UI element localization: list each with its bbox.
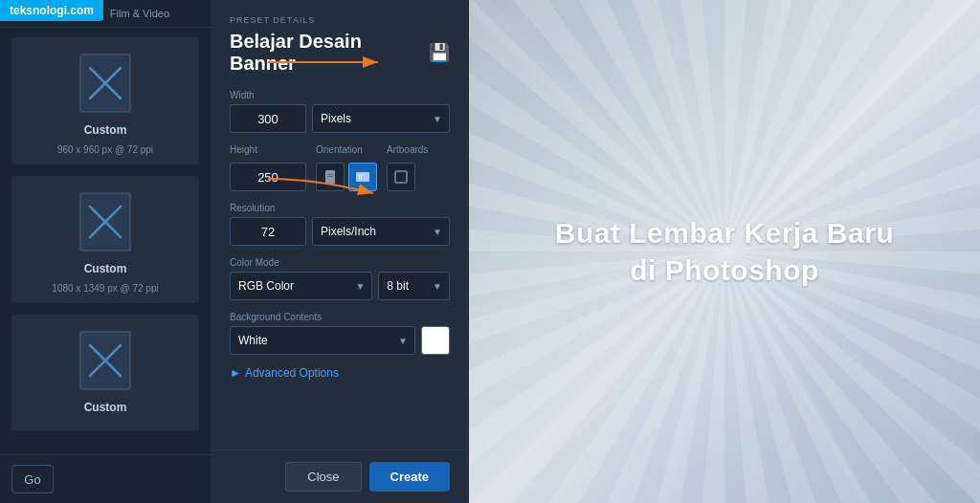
preset-sublabel-2: 1080 x 1349 px @ 72 ppi [52, 283, 158, 294]
sidebar-bottom: Go [0, 454, 211, 503]
background-select[interactable]: White Black Background Color Transparent [230, 326, 415, 355]
width-row: Pixels Inches cm ▼ [230, 104, 450, 133]
color-mode-row: RGB Color CMYK Color Grayscale ▼ 8 bit 1… [230, 272, 450, 300]
right-panel: Buat Lembar Kerja Baru di Photoshop [469, 0, 980, 503]
preset-details-label: PRESET DETAILS [230, 15, 450, 25]
resolution-unit-select[interactable]: Pixels/Inch Pixels/cm [312, 217, 450, 246]
color-mode-field-group: Color Mode RGB Color CMYK Color Grayscal… [230, 257, 450, 300]
save-icon[interactable]: 💾 [429, 42, 450, 63]
preset-label-1: Custom [84, 123, 127, 137]
preset-card-2[interactable]: Custom 1080 x 1349 px @ 72 ppi [11, 176, 199, 303]
background-label: Background Contents [230, 312, 450, 322]
preset-label-3: Custom [84, 401, 127, 414]
orientation-label: Orientation [316, 144, 377, 155]
svg-rect-11 [327, 176, 333, 177]
width-unit-select[interactable]: Pixels Inches cm [312, 104, 450, 133]
new-document-dialog: PRESET DETAILS Belajar Desain Banner 💾 W… [211, 0, 469, 503]
artboard-toggle[interactable] [387, 163, 415, 191]
right-panel-title-line2: di Photoshop [555, 252, 894, 289]
background-color-swatch[interactable] [421, 326, 450, 355]
orientation-group: Orientation [316, 144, 377, 191]
preset-card-1[interactable]: Custom 960 x 960 px @ 72 ppi [11, 37, 199, 164]
sidebar-tab-film[interactable]: Film & Video [100, 0, 179, 27]
svg-rect-15 [395, 171, 407, 183]
artboards-label: Artboards [387, 144, 428, 155]
preset-label-2: Custom [84, 262, 127, 275]
width-unit-wrapper: Pixels Inches cm ▼ [312, 104, 450, 133]
width-label: Width [230, 90, 450, 100]
sidebar: Art & Mobile Film & Video Custom 960 x 9… [0, 0, 211, 503]
dialog-footer: Close Create [211, 449, 469, 503]
color-mode-wrapper: RGB Color CMYK Color Grayscale ▼ [230, 272, 372, 300]
preset-icon-1 [77, 51, 134, 116]
bit-depth-wrapper: 8 bit 16 bit 32 bit ▼ [378, 272, 450, 300]
svg-rect-10 [327, 174, 333, 175]
height-orient-row: Height Orientation [230, 144, 450, 191]
background-row: White Black Background Color Transparent… [230, 326, 450, 355]
resolution-label: Resolution [230, 203, 450, 213]
close-button[interactable]: Close [285, 462, 361, 492]
preset-card-3[interactable]: Custom [11, 315, 199, 431]
preset-list: Custom 960 x 960 px @ 72 ppi Custom 1080… [0, 28, 211, 454]
teksnologi-badge: teksnologi.com [0, 0, 103, 21]
right-panel-text: Buat Lembar Kerja Baru di Photoshop [555, 214, 894, 289]
orientation-buttons [316, 163, 377, 191]
bit-depth-select[interactable]: 8 bit 16 bit 32 bit [378, 272, 450, 300]
width-field-group: Width Pixels Inches cm ▼ [230, 90, 450, 133]
landscape-button[interactable] [348, 163, 377, 191]
resolution-input[interactable] [230, 217, 306, 246]
resolution-row: Pixels/Inch Pixels/cm ▼ [230, 217, 450, 246]
right-panel-title-line1: Buat Lembar Kerja Baru [555, 214, 894, 252]
background-select-wrapper: White Black Background Color Transparent… [230, 326, 415, 355]
color-mode-select[interactable]: RGB Color CMYK Color Grayscale [230, 272, 372, 300]
svg-line-22 [629, 252, 724, 503]
preset-sublabel-1: 960 x 960 px @ 72 ppi [57, 144, 153, 155]
height-field-group: Height Orientation [230, 144, 450, 191]
width-input[interactable] [230, 104, 306, 133]
advanced-options-label: Advanced Options [245, 366, 339, 380]
resolution-field-group: Resolution Pixels/Inch Pixels/cm ▼ [230, 203, 450, 246]
height-input[interactable] [230, 163, 306, 191]
artboards-group: Artboards [387, 144, 428, 191]
advanced-options[interactable]: ► Advanced Options [230, 366, 450, 380]
svg-rect-13 [359, 175, 360, 179]
portrait-button[interactable] [316, 163, 345, 191]
height-label: Height [230, 144, 306, 155]
dialog-content: PRESET DETAILS Belajar Desain Banner 💾 W… [211, 0, 469, 449]
go-button[interactable]: Go [11, 465, 54, 493]
background-field-group: Background Contents White Black Backgrou… [230, 312, 450, 355]
color-mode-label: Color Mode [230, 257, 450, 268]
resolution-unit-wrapper: Pixels/Inch Pixels/cm ▼ [312, 217, 450, 246]
svg-rect-14 [361, 175, 362, 179]
preset-icon-2 [77, 189, 134, 254]
preset-icon-3 [77, 328, 134, 393]
svg-rect-12 [356, 172, 369, 182]
chevron-right-icon: ► [230, 366, 241, 380]
dialog-title-row: Belajar Desain Banner 💾 [230, 31, 450, 75]
create-button[interactable]: Create [369, 462, 450, 492]
dialog-title: Belajar Desain Banner [230, 31, 429, 75]
